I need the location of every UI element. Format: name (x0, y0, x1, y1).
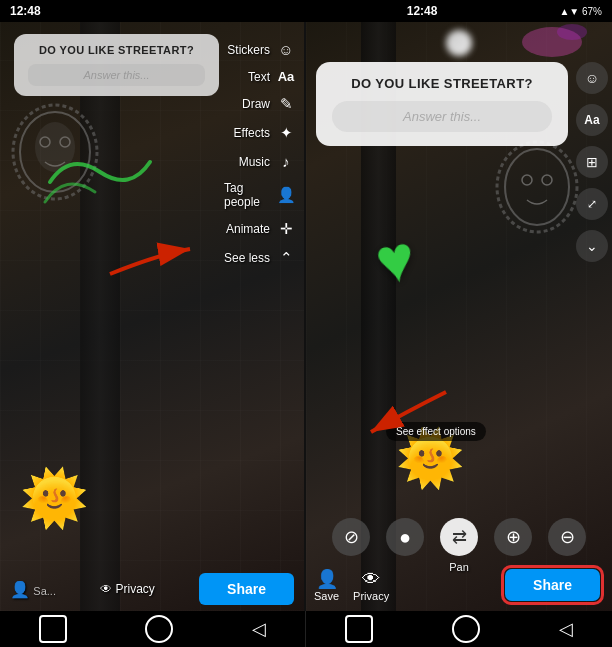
share-button-left[interactable]: Share (199, 573, 294, 605)
svg-point-9 (522, 175, 532, 185)
effects-label: Effects (234, 126, 270, 140)
zoom-in-btn[interactable]: ⊕ (494, 518, 532, 556)
animate-icon: ✛ (276, 220, 296, 238)
share-button-wrapper: Share (501, 565, 604, 605)
sun-emoji-left: 🌞 (20, 466, 89, 531)
music-icon: ♪ (276, 153, 296, 170)
status-icons-right: ▲▼ 67% (559, 6, 602, 17)
expand-icon-btn[interactable]: ⤢ (576, 188, 608, 220)
save-icon: 👤 (316, 568, 338, 590)
privacy-btn-right[interactable]: 👁 Privacy (353, 569, 389, 602)
seeless-label: See less (224, 251, 270, 265)
svg-point-1 (35, 122, 75, 172)
question-title-left: DO YOU LIKE STREETART? (28, 44, 205, 56)
text-icon: Aa (276, 69, 296, 84)
toolbar-item-seeless[interactable]: See less ⌃ (220, 244, 300, 272)
toolbar-item-music[interactable]: Music ♪ (220, 148, 300, 175)
svg-point-8 (505, 149, 569, 225)
right-side-icons: ☺ Aa ⊞ ⤢ ⌄ (576, 62, 608, 262)
toolbar-item-draw[interactable]: Draw ✎ (220, 90, 300, 118)
toolbar-item-animate[interactable]: Animate ✛ (220, 215, 300, 243)
square-btn-left[interactable] (39, 615, 67, 643)
cancel-btn[interactable]: ⊘ (332, 518, 370, 556)
privacy-text: Privacy (116, 582, 155, 596)
status-bar-left: 12:48 12:48 ▲▼ 67% (0, 0, 612, 22)
toolbar-item-tag[interactable]: Tag people 👤 (220, 176, 300, 214)
effects-icon: ✦ (276, 124, 296, 142)
save-label-text: Save (314, 590, 339, 602)
share-button-right[interactable]: Share (505, 569, 600, 601)
grid-icon-btn[interactable]: ⊞ (576, 146, 608, 178)
down-icon-btn[interactable]: ⌄ (576, 230, 608, 262)
left-toolbar: Stickers ☺ Text Aa Draw ✎ Effects ✦ Musi… (216, 32, 304, 276)
right-panel: DO YOU LIKE STREETART? Answer this... ☺ … (306, 22, 612, 611)
save-label-left: 👤 Sa... (10, 580, 56, 599)
privacy-icon-right: 👁 (362, 569, 380, 590)
nav-bar-right: ◁ (306, 611, 612, 647)
toolbar-item-stickers[interactable]: Stickers ☺ (220, 36, 300, 63)
tag-label: Tag people (224, 181, 271, 209)
save-text: Sa... (33, 585, 56, 597)
circle-btn-right[interactable] (452, 615, 480, 643)
avatar-top (446, 30, 472, 56)
toolbar-item-effects[interactable]: Effects ✦ (220, 119, 300, 147)
circle-btn-left[interactable] (145, 615, 173, 643)
svg-point-10 (542, 175, 552, 185)
tag-icon: 👤 (277, 186, 296, 204)
answer-input-right[interactable]: Answer this... (332, 101, 552, 132)
time-right: 12:48 (285, 4, 560, 18)
stickers-icon: ☺ (276, 41, 296, 58)
lion-graffiti (10, 82, 100, 222)
emoji-icon-btn[interactable]: ☺ (576, 62, 608, 94)
privacy-label-left[interactable]: 👁 Privacy (100, 582, 155, 596)
toolbar-item-text[interactable]: Text Aa (220, 64, 300, 89)
animate-label: Animate (226, 222, 270, 236)
question-card-right: DO YOU LIKE STREETART? Answer this... (316, 62, 568, 146)
draw-icon: ✎ (276, 95, 296, 113)
bottom-icons-row: ⊘ ● ⇄ ⊕ ⊖ (306, 518, 612, 556)
person-icon-left: 👤 (10, 581, 30, 598)
save-btn-right[interactable]: 👤 Save (314, 568, 339, 602)
music-label: Music (239, 155, 270, 169)
left-panel: 🌞 DO YOU LIKE STREETART? Answer this... … (0, 22, 306, 611)
save-privacy-row: 👤 Save 👁 Privacy (314, 568, 389, 602)
draw-label: Draw (242, 97, 270, 111)
swap-btn[interactable]: ⇄ (440, 518, 478, 556)
back-btn-left[interactable]: ◁ (252, 618, 266, 640)
privacy-icon: 👁 (100, 582, 112, 596)
stickers-label: Stickers (227, 43, 270, 57)
seeless-icon: ⌃ (276, 249, 296, 267)
right-bottom-bar: 👤 Save 👁 Privacy Share (306, 565, 612, 605)
main-area: 🌞 DO YOU LIKE STREETART? Answer this... … (0, 22, 612, 611)
nav-bar: ◁ ◁ (0, 611, 612, 647)
question-card-left: DO YOU LIKE STREETART? Answer this... (14, 34, 219, 96)
answer-input-left[interactable]: Answer this... (28, 64, 205, 86)
record-btn[interactable]: ● (386, 518, 424, 556)
svg-point-11 (497, 142, 577, 232)
zoom-out-btn[interactable]: ⊖ (548, 518, 586, 556)
see-effect-label[interactable]: See effect options (386, 422, 486, 441)
privacy-label-text: Privacy (353, 590, 389, 602)
question-title-right: DO YOU LIKE STREETART? (332, 76, 552, 91)
square-btn-right[interactable] (345, 615, 373, 643)
nav-bar-left: ◁ (0, 611, 306, 647)
back-btn-right[interactable]: ◁ (559, 618, 573, 640)
left-bottom-bar: 👤 Sa... 👁 Privacy Share (0, 573, 304, 605)
text-label: Text (248, 70, 270, 84)
text-icon-btn[interactable]: Aa (576, 104, 608, 136)
time-left: 12:48 (10, 4, 285, 18)
